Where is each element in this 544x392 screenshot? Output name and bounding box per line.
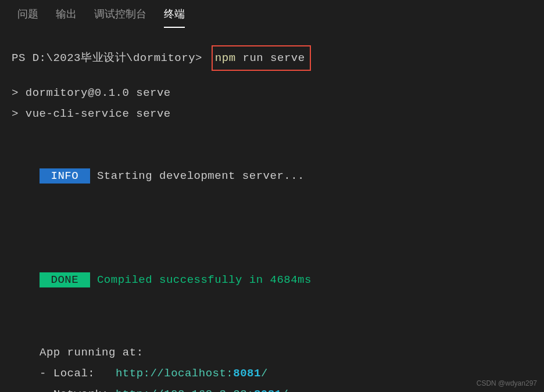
script-output-line: > dormitory@0.1.0 serve: [12, 82, 532, 103]
local-port[interactable]: 8081: [233, 367, 261, 380]
shell-prompt: PS D:\2023毕业设计\dormitory>: [12, 48, 202, 69]
network-url[interactable]: http://192.168.3.23:: [116, 388, 254, 392]
info-text: Starting development server...: [90, 170, 305, 182]
command-npm: npm: [215, 52, 236, 64]
prompt-line: PS D:\2023毕业设计\dormitory> npm run serve: [12, 45, 532, 71]
network-url-line: - Network: http://192.168.3.23:8081/: [12, 384, 532, 392]
network-slash[interactable]: /: [282, 388, 289, 392]
watermark: CSDN @wdyan297: [477, 379, 537, 387]
info-badge: INFO: [40, 168, 90, 184]
app-running-header: App running at:: [12, 342, 532, 363]
network-port[interactable]: 8081: [254, 388, 282, 392]
done-badge: DONE: [40, 272, 90, 287]
info-line: INFO Starting development server...: [12, 145, 532, 207]
network-label: - Network:: [40, 388, 116, 392]
done-line: DONE Compiled successfully in 4684ms: [12, 249, 532, 311]
local-slash[interactable]: /: [261, 367, 268, 380]
local-url[interactable]: http://localhost:: [116, 367, 233, 380]
local-label: - Local:: [40, 367, 116, 380]
tab-problems[interactable]: 问题: [17, 7, 38, 27]
tab-debug-console[interactable]: 调试控制台: [94, 7, 146, 27]
tab-terminal[interactable]: 终端: [164, 7, 185, 28]
terminal-panel[interactable]: PS D:\2023毕业设计\dormitory> npm run serve …: [0, 28, 544, 392]
script-output-line: > vue-cli-service serve: [12, 103, 532, 124]
command-highlight: npm run serve: [212, 45, 311, 71]
command-args: run serve: [242, 52, 305, 64]
tab-output[interactable]: 输出: [56, 7, 77, 27]
tab-bar: 问题 输出 调试控制台 终端: [0, 0, 544, 28]
done-text: Compiled successfully in 4684ms: [90, 274, 312, 286]
local-url-line: - Local: http://localhost:8081/: [12, 363, 532, 384]
